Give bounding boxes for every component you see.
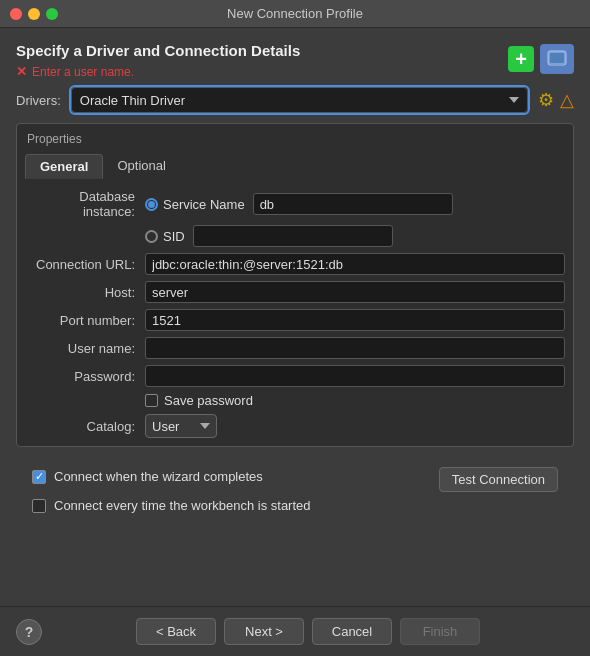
radio-service-name-circle	[145, 198, 158, 211]
add-profile-button[interactable]: +	[508, 46, 534, 72]
tabs-row: General Optional	[25, 154, 565, 179]
cancel-button[interactable]: Cancel	[312, 618, 392, 645]
radio-sid[interactable]: SID	[145, 229, 185, 244]
back-button[interactable]: < Back	[136, 618, 216, 645]
svg-rect-1	[550, 53, 564, 63]
window-title: New Connection Profile	[227, 6, 363, 21]
connection-url-input[interactable]	[145, 253, 565, 275]
title-bar: New Connection Profile	[0, 0, 590, 28]
connect-when-done-label: Connect when the wizard completes	[54, 469, 263, 484]
username-input[interactable]	[145, 337, 565, 359]
radio-service-name-dot	[148, 201, 155, 208]
next-button[interactable]: Next >	[224, 618, 304, 645]
close-button[interactable]	[10, 8, 22, 20]
connect-every-time-label: Connect every time the workbench is star…	[54, 498, 311, 513]
bottom-section: ✓ Connect when the wizard completes Test…	[16, 459, 574, 527]
drivers-row: Drivers: Oracle Thin Driver ⚙ △	[16, 87, 574, 113]
test-connection-button[interactable]: Test Connection	[439, 467, 558, 492]
port-input[interactable]	[145, 309, 565, 331]
drivers-label: Drivers:	[16, 93, 61, 108]
port-label: Port number:	[25, 313, 145, 328]
svg-rect-2	[550, 63, 564, 65]
radio-sid-circle	[145, 230, 158, 243]
help-button[interactable]: ?	[16, 619, 42, 645]
window-controls	[10, 8, 58, 20]
catalog-select[interactable]: User System All	[145, 414, 217, 438]
form-grid: Database instance: Service Name	[25, 189, 565, 438]
driver-icons: ⚙ △	[538, 89, 574, 111]
driver-select[interactable]: Oracle Thin Driver	[71, 87, 528, 113]
footer-buttons: < Back Next > Cancel Finish	[42, 618, 574, 645]
header-right: +	[508, 44, 574, 74]
error-icon: ✕	[16, 64, 27, 79]
save-password-label: Save password	[164, 393, 253, 408]
catalog-value: User System All	[145, 414, 565, 438]
connect-every-time-checkbox[interactable]	[32, 499, 46, 513]
sid-row: SID	[145, 225, 565, 247]
database-instance-label: Database instance:	[25, 189, 145, 219]
header-section: Specify a Driver and Connection Details …	[16, 42, 574, 79]
service-name-label: Service Name	[163, 197, 245, 212]
connect-every-time-row[interactable]: Connect every time the workbench is star…	[32, 498, 558, 513]
tab-optional[interactable]: Optional	[103, 154, 179, 179]
footer: ? < Back Next > Cancel Finish	[0, 606, 590, 656]
password-label: Password:	[25, 369, 145, 384]
catalog-label: Catalog:	[25, 419, 145, 434]
connect-when-done-checkbox[interactable]: ✓	[32, 470, 46, 484]
connection-url-label: Connection URL:	[25, 257, 145, 272]
host-input[interactable]	[145, 281, 565, 303]
connect-when-done-row[interactable]: ✓ Connect when the wizard completes	[32, 469, 263, 484]
minimize-button[interactable]	[28, 8, 40, 20]
footer-left: ?	[16, 619, 42, 645]
error-text: Enter a user name.	[32, 65, 134, 79]
save-password-row[interactable]: Save password	[145, 393, 565, 408]
database-icon	[540, 44, 574, 74]
save-password-checkbox[interactable]	[145, 394, 158, 407]
warning-icon[interactable]: △	[560, 89, 574, 111]
host-label: Host:	[25, 285, 145, 300]
sid-input[interactable]	[193, 225, 393, 247]
maximize-button[interactable]	[46, 8, 58, 20]
properties-title: Properties	[25, 132, 565, 146]
radio-service-name[interactable]: Service Name	[145, 197, 245, 212]
tab-general[interactable]: General	[25, 154, 103, 179]
settings-icon[interactable]: ⚙	[538, 89, 554, 111]
username-label: User name:	[25, 341, 145, 356]
main-content: Specify a Driver and Connection Details …	[0, 28, 590, 527]
error-row: ✕ Enter a user name.	[16, 64, 300, 79]
properties-panel: Properties General Optional Database ins…	[16, 123, 574, 447]
finish-button[interactable]: Finish	[400, 618, 480, 645]
sid-label: SID	[163, 229, 185, 244]
password-input[interactable]	[145, 365, 565, 387]
database-instance-value: Service Name	[145, 193, 565, 215]
page-title: Specify a Driver and Connection Details	[16, 42, 300, 59]
service-name-input[interactable]	[253, 193, 453, 215]
radio-group: Service Name	[145, 193, 565, 215]
header-left: Specify a Driver and Connection Details …	[16, 42, 300, 79]
